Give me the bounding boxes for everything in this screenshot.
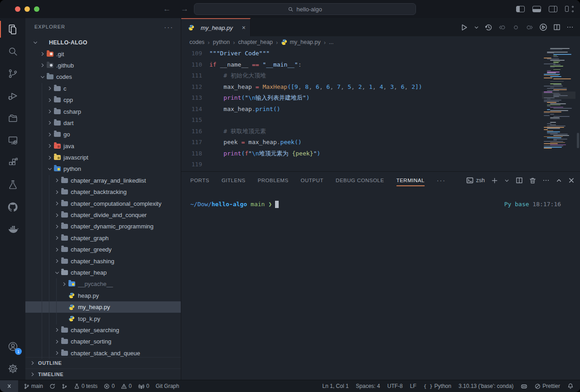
tree-item-chapter-greedy[interactable]: chapter_greedy: [25, 244, 181, 255]
maximize-window-button[interactable]: [34, 6, 39, 12]
close-window-button[interactable]: [15, 6, 20, 12]
activity-explorer-icon[interactable]: [0, 18, 25, 40]
status-sync[interactable]: [49, 383, 55, 389]
panel-tab-gitlens[interactable]: GITLENS: [222, 172, 246, 189]
tree-item-cpp[interactable]: cpp: [25, 94, 181, 106]
tree-item-java[interactable]: java: [25, 140, 181, 152]
breadcrumb-item-my-heap-py[interactable]: my_heap.py: [281, 39, 320, 45]
panel-dots-icon[interactable]: [542, 177, 550, 184]
activity-settings-icon[interactable]: [0, 358, 25, 380]
panel-tab-ports[interactable]: PORTS: [190, 172, 209, 189]
tree-item-chapter-hashing[interactable]: chapter_hashing: [25, 255, 181, 266]
panel-tab-output[interactable]: OUTPUT: [301, 172, 324, 189]
status-3-10-13-base-conda-[interactable]: 3.10.13 ('base': conda): [459, 383, 513, 389]
code-editor[interactable]: 109"""Driver Code"""110if __name__ == "_…: [181, 48, 580, 171]
explorer-more-actions-icon[interactable]: ···: [164, 23, 174, 31]
activity-accounts-icon[interactable]: 1: [0, 335, 25, 358]
status-gitlens[interactable]: [62, 383, 68, 389]
panel-tab-problems[interactable]: PROBLEMS: [258, 172, 289, 189]
activity-docker-icon[interactable]: [0, 218, 25, 240]
terminal-content[interactable]: ~/Dow/hello-algo main ❯ Py base 18:17:16: [181, 189, 580, 208]
breadcrumb-item-codes[interactable]: codes: [189, 39, 204, 45]
toggle-secondary-sidebar-icon[interactable]: [549, 6, 557, 12]
tree-item-top-k-py[interactable]: top_k.py: [25, 313, 181, 324]
tree-item--github[interactable]: .github: [25, 60, 181, 71]
activity-testing-icon[interactable]: [0, 174, 25, 196]
terminal-instance[interactable]: zsh: [466, 177, 485, 184]
history-forward-icon[interactable]: →: [181, 5, 188, 14]
minimap[interactable]: [544, 48, 574, 171]
panel-plus-icon[interactable]: [491, 177, 498, 184]
tree-item-my-heap-py[interactable]: my_heap.py: [25, 301, 181, 313]
toggle-panel-icon[interactable]: [532, 6, 541, 12]
editor-action-nav-fwd-icon[interactable]: [526, 24, 533, 31]
editor-action-split-icon[interactable]: [553, 24, 561, 31]
editor-action-run-icon[interactable]: [460, 24, 468, 31]
editor-action-chevron-small-icon[interactable]: [474, 25, 479, 30]
tree-item-chapter-searching[interactable]: chapter_searching: [25, 324, 181, 336]
panel-chevron-up-icon[interactable]: [556, 178, 562, 184]
editor-action-dots-icon[interactable]: [566, 24, 574, 31]
toggle-primary-sidebar-icon[interactable]: [516, 6, 525, 12]
minimize-window-button[interactable]: [24, 6, 30, 12]
tree-item-chapter-array-and-linkedlist[interactable]: chapter_array_and_linkedlist: [25, 175, 181, 186]
editor-action-nav-back-icon[interactable]: [498, 24, 506, 31]
panel-close-icon[interactable]: [568, 177, 575, 184]
tree-item--git[interactable]: .git: [25, 48, 181, 59]
panel-tab-debug-console[interactable]: DEBUG CONSOLE: [336, 172, 384, 189]
editor-action-nav-dot-icon[interactable]: [512, 24, 520, 31]
command-center-search[interactable]: hello-algo: [194, 3, 416, 15]
panel-chevron-small-icon[interactable]: [504, 178, 509, 183]
tree-item-chapter-computational-complexity[interactable]: chapter_computational_complexity: [25, 198, 181, 209]
panel-tab-terminal[interactable]: TERMINAL: [396, 172, 425, 189]
panel-more-tabs-icon[interactable]: ···: [437, 177, 446, 184]
status-0[interactable]: 0: [104, 383, 115, 389]
tree-item-chapter-backtracking[interactable]: chapter_backtracking: [25, 186, 181, 198]
tree-item-csharp[interactable]: csharp: [25, 106, 181, 117]
tree-item-go[interactable]: go: [25, 129, 181, 140]
breadcrumb-item-chapter-heap[interactable]: chapter_heap: [238, 39, 273, 45]
close-tab-icon[interactable]: ×: [242, 24, 246, 31]
tree-item-dart[interactable]: dart: [25, 117, 181, 129]
history-back-icon[interactable]: ←: [163, 5, 171, 14]
panel-split-icon[interactable]: [516, 177, 523, 184]
editor-action-history-icon[interactable]: [485, 24, 493, 31]
section-outline[interactable]: OUTLINE: [25, 357, 181, 368]
breadcrumb-item--[interactable]: ...: [329, 39, 334, 45]
status-git-graph[interactable]: Git Graph: [155, 383, 179, 389]
tree-item-c[interactable]: c: [25, 83, 181, 94]
remote-indicator[interactable]: [0, 380, 18, 392]
editor-action-run-circle-icon[interactable]: [539, 23, 547, 31]
tab-my-heap-py[interactable]: my_heap.py ×: [181, 18, 251, 36]
status-prettier[interactable]: Prettier: [535, 383, 560, 389]
activity-remote-explorer-icon[interactable]: [0, 129, 25, 151]
tree-item-chapter-graph[interactable]: chapter_graph: [25, 232, 181, 244]
tree-item-codes[interactable]: codes: [25, 71, 181, 82]
tree-item-chapter-heap[interactable]: chapter_heap: [25, 267, 181, 278]
tree-item-heap-py[interactable]: heap.py: [25, 290, 181, 301]
tree-item-python[interactable]: python: [25, 163, 181, 174]
status-spaces-4[interactable]: Spaces: 4: [356, 383, 380, 389]
breadcrumb-item-python[interactable]: python: [213, 39, 230, 45]
status-0[interactable]: 0: [138, 383, 150, 389]
activity-source-control-icon[interactable]: [0, 63, 25, 85]
status-copilot[interactable]: [521, 383, 527, 390]
minimap-slider[interactable]: [542, 92, 575, 99]
status-utf-8[interactable]: UTF-8: [387, 383, 403, 389]
tree-item-hello-algo[interactable]: HELLO-ALGO: [25, 37, 181, 48]
activity-run-debug-icon[interactable]: [0, 85, 25, 107]
status-0-tests[interactable]: 0 tests: [74, 383, 97, 389]
status-0[interactable]: 0: [121, 383, 132, 389]
tree-item-chapter-sorting[interactable]: chapter_sorting: [25, 336, 181, 347]
activity-github-icon[interactable]: [0, 196, 25, 218]
tree-item-chapter-divide-and-conquer[interactable]: chapter_divide_and_conquer: [25, 209, 181, 221]
tree-item-chapter-dynamic-programming[interactable]: chapter_dynamic_programming: [25, 221, 181, 232]
status-main[interactable]: main: [24, 383, 43, 389]
customize-layout-icon[interactable]: [565, 6, 574, 12]
status-bell[interactable]: [567, 383, 574, 389]
status-lf[interactable]: LF: [410, 383, 416, 389]
activity-extensions-icon[interactable]: [0, 151, 25, 174]
activity-search-icon[interactable]: [0, 40, 25, 63]
tree-item-javascript[interactable]: javascript: [25, 152, 181, 163]
activity-folder-library-icon[interactable]: [0, 107, 25, 129]
